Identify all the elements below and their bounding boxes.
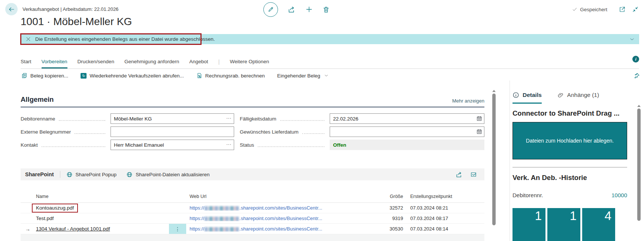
scroll-up-icon[interactable] (492, 90, 496, 92)
scrollbar-thumb[interactable] (637, 109, 641, 221)
new-button[interactable] (305, 6, 313, 13)
customer-number-link[interactable]: 10000 (611, 192, 627, 198)
tile-laufende-rahmenauftraege[interactable]: 1 Lauf. Rahmenaufträge (547, 208, 580, 241)
lieferdatum-field[interactable] (330, 126, 484, 137)
row-menu-button[interactable]: ⋮ (169, 224, 186, 234)
tile-value: 1 (535, 209, 542, 223)
menu-tabs: Start Vorbereiten Drucken/senden Genehmi… (21, 55, 269, 68)
dropzone-text: Dateien zum Hochladen hier ablegen. (526, 138, 614, 144)
delete-button[interactable] (323, 6, 330, 13)
history-tiles: 1 Lauf. Angebote 1 Lauf. Rahmenaufträge … (513, 208, 644, 241)
debitorenname-field[interactable] (111, 113, 234, 124)
panel-scrollbar[interactable] (636, 104, 641, 231)
customer-number-label: Debitorennr. (513, 192, 543, 198)
calendar-icon[interactable] (477, 129, 482, 134)
tile-laufende-auftraege[interactable]: 4 Lauf. Aufträge (582, 208, 615, 241)
info-circle-icon (513, 92, 519, 98)
file-url[interactable]: https://.sharepoint.com/sites/BusinessCe… (190, 216, 362, 221)
connector-factbox-title: Connector to SharePoint Drag ... (513, 109, 627, 118)
file-size: 30530 (362, 226, 403, 232)
sharepoint-popup-label: SharePoint Popup (76, 172, 117, 177)
open-in-new-window-icon (619, 6, 626, 13)
column-header-name[interactable]: Name (36, 194, 190, 199)
debitorenname-label: Debitorenname (21, 116, 111, 122)
externe-belegnummer-label: Externe Belegnummer (21, 129, 111, 135)
sharepoint-popup-button[interactable]: SharePoint Popup (66, 171, 117, 178)
page-title: 1001 · Möbel-Meller KG (21, 16, 132, 28)
faelligkeitsdatum-field[interactable] (330, 113, 484, 124)
tab-details[interactable]: Details (513, 92, 542, 104)
file-name[interactable]: Kontoauszug.pdf (36, 205, 74, 211)
tab-start[interactable]: Start (21, 55, 31, 68)
tab-vorbereiten[interactable]: Vorbereiten (42, 55, 67, 68)
kontakt-field[interactable] (111, 140, 234, 150)
notification-banner: Die Erstellung eines eingehenden Belegs … (21, 34, 639, 44)
tab-attachments[interactable]: Anhänge (1) (557, 92, 599, 103)
copy-document-button[interactable]: Beleg kopieren... (21, 73, 68, 79)
info-icon[interactable]: i (632, 56, 639, 62)
tab-genehmigung-anfordern[interactable]: Genehmigung anfordern (124, 55, 179, 68)
file-url[interactable]: https://.sharepoint.com/sites/BusinessCe… (190, 205, 362, 211)
externe-belegnummer-field-wrap (111, 126, 234, 137)
copy-document-icon (21, 73, 27, 79)
tab-drucken-senden[interactable]: Drucken/senden (78, 55, 114, 68)
sharepoint-section-header: SharePoint SharePoint Popup SharePoint-D… (21, 168, 484, 180)
externe-belegnummer-field[interactable] (111, 126, 234, 137)
file-size: 32572 (362, 205, 403, 211)
banner-chevron-down-icon[interactable] (629, 37, 635, 42)
file-url[interactable]: https://.sharepoint.com/sites/BusinessCe… (190, 226, 362, 232)
column-header-size[interactable]: Größe (362, 194, 403, 199)
invoice-discount-button[interactable]: Rechnungsrab. berechnen (196, 73, 265, 79)
file-name[interactable]: Test.pdf (36, 216, 190, 221)
sharepoint-refresh-label: SharePoint-Dateien aktualisieren (136, 172, 209, 177)
current-row-arrow-icon: → (21, 226, 36, 232)
incoming-document-button[interactable]: Eingehender Beleg (277, 73, 329, 79)
column-header-created[interactable]: Erstellungszeitpunkt (403, 194, 484, 199)
tab-details-label: Details (523, 92, 542, 98)
save-status: Gespeichert (572, 7, 607, 12)
general-section-title: Allgemein (21, 95, 54, 104)
table-row[interactable]: Test.pdf https://.sharepoint.com/sites/B… (21, 213, 484, 224)
scroll-up-icon[interactable] (637, 105, 641, 107)
paperclip-icon (557, 92, 564, 98)
share-icon[interactable] (456, 171, 463, 178)
share-button[interactable] (288, 6, 296, 13)
calendar-icon[interactable] (477, 116, 482, 121)
annotation-box-filename: Kontoauszug.pdf (32, 204, 78, 213)
document-card: Allgemein Mehr anzeigen Debitorenname ..… (21, 80, 484, 241)
dotted-leader (258, 143, 324, 147)
dotted-leader (302, 130, 324, 134)
back-button[interactable] (5, 3, 18, 15)
edit-button[interactable] (263, 2, 278, 17)
recurring-lines-icon: ↻ (81, 73, 87, 79)
file-name[interactable]: 1304 Verkauf - Angebot 1001.pdf (36, 226, 110, 232)
file-dropzone[interactable]: Dateien zum Hochladen hier ablegen. (513, 122, 627, 159)
check-icon (572, 7, 577, 12)
kontakt-assist-button[interactable]: ... (226, 140, 232, 146)
show-more-link[interactable]: Mehr anzeigen (452, 98, 484, 104)
banner-close-icon[interactable] (26, 37, 31, 42)
tile-laufende-angebote[interactable]: 1 Lauf. Angebote (513, 208, 545, 241)
open-in-window-icon[interactable] (470, 171, 477, 178)
share-icon (288, 6, 296, 13)
chevron-down-icon (324, 73, 329, 78)
tab-weitere-optionen[interactable]: Weitere Optionen (230, 55, 269, 68)
debitorenname-assist-button[interactable]: ... (226, 114, 232, 120)
collapse-button[interactable] (632, 6, 639, 13)
table-header-row: Name Web Url Größe Erstellungszeitpunkt (21, 180, 484, 203)
column-header-url[interactable]: Web Url (190, 194, 362, 199)
scrollbar-thumb[interactable] (492, 94, 496, 225)
table-row-selected[interactable]: → 1304 Verkauf - Angebot 1001.pdf https:… (21, 224, 484, 234)
recurring-sales-lines-button[interactable]: ↻ Wiederkehrende Verkaufszeilen abrufen.… (81, 73, 184, 79)
pin-button[interactable] (634, 73, 640, 79)
open-in-new-window-button[interactable] (619, 6, 626, 13)
faelligkeitsdatum-label: Fälligkeitsdatum (240, 116, 330, 122)
lieferdatum-field-wrap (330, 126, 484, 137)
table-row[interactable]: Kontoauszug.pdf https://.sharepoint.com/… (21, 203, 484, 213)
main-scrollbar[interactable] (491, 89, 496, 241)
sharepoint-refresh-button[interactable]: SharePoint-Dateien aktualisieren (126, 171, 209, 178)
tab-angebot[interactable]: Angebot (189, 55, 208, 68)
debitorenname-field-wrap: ... (111, 113, 234, 124)
invoice-discount-icon (196, 73, 202, 79)
general-section-header: Allgemein Mehr anzeigen (21, 95, 484, 107)
